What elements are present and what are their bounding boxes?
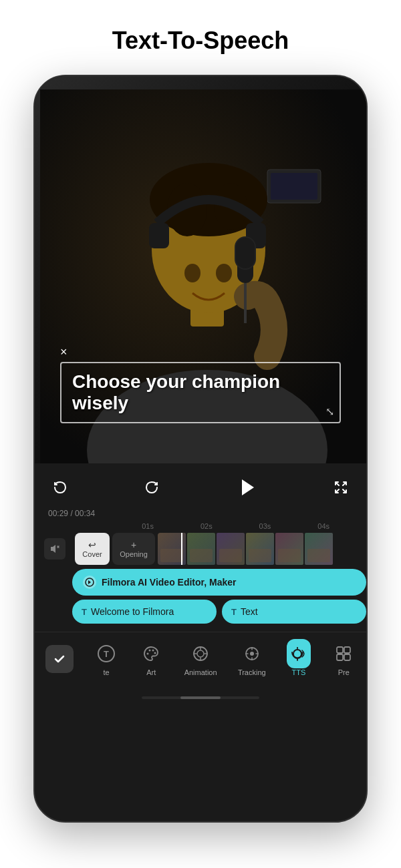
- cover-label: Cover: [82, 550, 102, 558]
- timeline-ruler: 01s 02s 03s 04s: [35, 519, 366, 533]
- filmstrip: [158, 533, 366, 565]
- create-icon: T: [94, 642, 118, 666]
- text-tracks: Filmora AI Video Editor, Maker T Welcome…: [35, 565, 366, 628]
- art-label: Art: [146, 668, 156, 676]
- tracking-tool[interactable]: Tracking: [233, 639, 271, 679]
- create-label: te: [103, 668, 109, 676]
- play-button[interactable]: [232, 473, 261, 502]
- subtitle-box[interactable]: Choose your champion wisely ⤡: [60, 362, 341, 423]
- svg-rect-32: [337, 654, 343, 660]
- tts-label: TTS: [292, 668, 306, 676]
- art-icon: [139, 642, 163, 666]
- video-area: × Choose your champion wisely ⤡: [35, 76, 366, 463]
- tts-track-label: Filmora AI Video Editor, Maker: [102, 577, 237, 588]
- tts-tool[interactable]: TTS: [281, 639, 316, 679]
- opening-clip[interactable]: + Opening: [112, 533, 155, 565]
- check-icon: [53, 652, 66, 666]
- redo-icon: [144, 479, 160, 495]
- undo-icon: [52, 479, 68, 495]
- welcome-text-icon: T: [82, 607, 87, 617]
- tts-active-bg: [287, 639, 311, 668]
- preset-label: Pre: [338, 668, 350, 676]
- redo-button[interactable]: [140, 475, 164, 499]
- text-icon: T: [231, 607, 237, 617]
- svg-rect-10: [149, 223, 169, 248]
- subtitle-resize-handle[interactable]: ⤡: [325, 405, 334, 418]
- svg-point-12: [184, 264, 200, 282]
- ruler-03s: 03s: [236, 522, 295, 530]
- create-tool[interactable]: T te: [89, 639, 124, 679]
- svg-point-24: [154, 652, 156, 654]
- tts-tool-icon: [287, 642, 311, 666]
- text-circle-icon: T: [97, 644, 116, 663]
- preset-tool[interactable]: Pre: [326, 639, 361, 679]
- ruler-01s: 01s: [118, 522, 177, 530]
- tracking-label: Tracking: [238, 668, 266, 676]
- scroll-thumb: [180, 696, 221, 699]
- preset-icon: [331, 642, 356, 666]
- welcome-track[interactable]: T Welcome to Filmora: [72, 600, 217, 624]
- text-track[interactable]: T Text: [222, 600, 366, 624]
- film-frame-3: [217, 533, 245, 565]
- mute-button[interactable]: [44, 538, 65, 560]
- page-wrapper: Text-To-Speech: [0, 0, 401, 823]
- svg-text:T: T: [104, 649, 109, 659]
- svg-rect-16: [236, 238, 255, 268]
- animation-tool[interactable]: Animation: [179, 639, 223, 679]
- cover-icon: ↩: [88, 539, 96, 550]
- svg-point-23: [152, 650, 154, 652]
- ruler-04s: 04s: [294, 522, 353, 530]
- svg-rect-3: [271, 173, 317, 200]
- controls-bar: [35, 463, 366, 507]
- mute-icon-area: [37, 538, 72, 560]
- art-icon-svg: [142, 644, 160, 663]
- fullscreen-button[interactable]: [329, 475, 353, 499]
- film-frame-1: [158, 533, 186, 565]
- opening-add-icon: +: [131, 539, 136, 550]
- done-tool[interactable]: [40, 642, 79, 676]
- film-frame-4: [246, 533, 274, 565]
- animation-label: Animation: [184, 668, 217, 676]
- total-time: 00:34: [75, 509, 95, 518]
- svg-rect-33: [344, 654, 350, 660]
- film-frame-5: [275, 533, 303, 565]
- preset-icon-svg: [334, 644, 353, 663]
- play-icon: [242, 479, 254, 495]
- subtitle-overlay: × Choose your champion wisely ⤡: [60, 345, 341, 423]
- cover-clip[interactable]: ↩ Cover: [75, 533, 110, 565]
- mute-speaker-icon: [49, 544, 60, 554]
- svg-point-22: [149, 650, 151, 652]
- main-track-row: ↩ Cover + Opening: [35, 533, 366, 565]
- time-separator: /: [70, 509, 72, 518]
- time-display: 00:29 / 00:34: [35, 507, 366, 519]
- film-frame-2: [187, 533, 215, 565]
- svg-point-28: [250, 652, 254, 656]
- animation-icon-svg: [191, 644, 210, 663]
- welcome-track-label: Welcome to Filmora: [91, 606, 174, 617]
- text-track-row: T Welcome to Filmora T Text: [72, 600, 366, 624]
- current-time: 00:29: [48, 509, 68, 518]
- tts-icon-svg: [291, 646, 307, 662]
- svg-rect-31: [344, 647, 350, 653]
- bottom-toolbar: T te: [35, 632, 366, 692]
- text-track-label: Text: [241, 606, 258, 617]
- animation-icon: [188, 642, 213, 666]
- svg-rect-30: [337, 647, 343, 653]
- phone-wrapper: × Choose your champion wisely ⤡: [0, 75, 401, 823]
- scroll-indicator: [142, 696, 259, 699]
- phone-frame: × Choose your champion wisely ⤡: [33, 75, 368, 823]
- svg-point-21: [147, 653, 149, 655]
- video-background: × Choose your champion wisely ⤡: [35, 76, 366, 463]
- filmora-icon: [85, 578, 94, 587]
- done-button[interactable]: [45, 645, 74, 673]
- undo-button[interactable]: [48, 475, 72, 499]
- svg-point-26: [197, 650, 204, 657]
- subtitle-close-button[interactable]: ×: [60, 345, 341, 359]
- timeline-area: 00:29 / 00:34 01s 02s 03s 04s: [35, 507, 366, 632]
- art-tool[interactable]: Art: [134, 639, 168, 679]
- fullscreen-icon: [333, 479, 349, 495]
- tts-track[interactable]: Filmora AI Video Editor, Maker: [72, 569, 366, 596]
- film-frame-6: [305, 533, 333, 565]
- subtitle-text: Choose your champion wisely: [72, 371, 280, 413]
- svg-point-13: [216, 264, 232, 282]
